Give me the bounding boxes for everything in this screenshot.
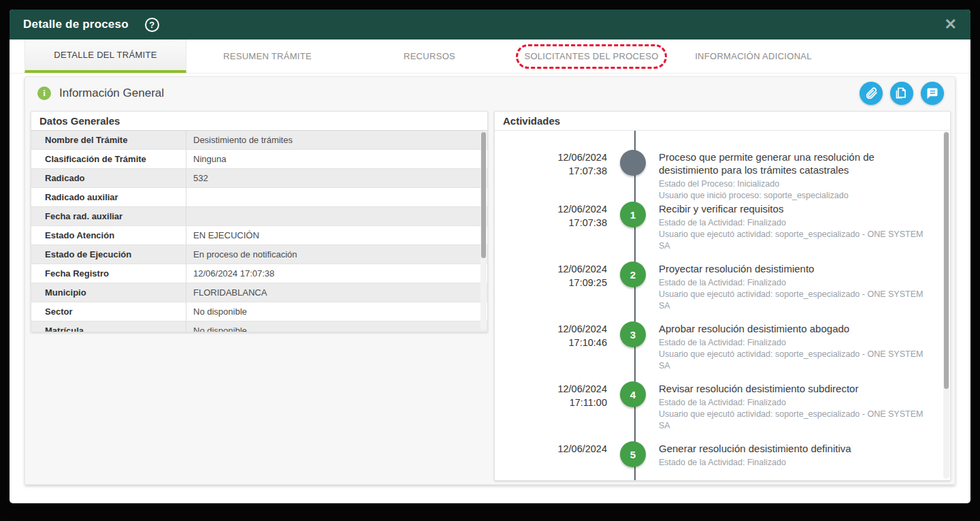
table-scrollbar[interactable] xyxy=(480,131,487,330)
activity-status: Estado de la Actividad: Finalizado xyxy=(659,397,930,409)
table-row: Matrícula No disponible xyxy=(31,321,487,332)
activity-user: Usuario que ejecutó actividad: soporte_e… xyxy=(659,289,930,312)
activity-time: 17:10:46 xyxy=(495,336,607,349)
activity-datetime: 12/06/2024 xyxy=(495,441,621,480)
table-row: Clasificación de Trámite Ninguna xyxy=(31,150,487,169)
activity-date: 12/06/2024 xyxy=(495,322,607,336)
table-row: Nombre del Trámite Desistimiento de trám… xyxy=(31,131,487,150)
row-label: Matrícula xyxy=(31,321,186,332)
timeline-item: 12/06/2024 17:09:25 2 Proyectar resoluci… xyxy=(495,262,950,321)
scrollbar-thumb[interactable] xyxy=(481,132,486,258)
tab-bar: DETALLE DEL TRÁMITE RESUMEN TRÁMITE RECU… xyxy=(10,40,970,74)
datos-generales-card: Datos Generales Nombre del Trámite Desis… xyxy=(31,111,488,332)
activity-datetime: 12/06/2024 17:11:00 xyxy=(495,381,621,441)
timeline-item: 12/06/2024 17:07:38 1 Recibir y verifica… xyxy=(495,202,950,262)
datos-generales-table: Nombre del Trámite Desistimiento de trám… xyxy=(31,130,487,332)
tab-label: INFORMACIÓN ADICIONAL xyxy=(695,51,812,61)
row-label: Estado Atención xyxy=(31,226,186,244)
tab-label: DETALLE DEL TRÁMITE xyxy=(54,50,157,60)
timeline-item: 12/06/2024 17:07:38 Proceso que permite … xyxy=(495,131,950,202)
activity-datetime: 12/06/2024 17:09:25 xyxy=(495,262,621,321)
row-label: Fecha rad. auxiliar xyxy=(31,207,186,225)
activity-status: Estado de la Actividad: Finalizado xyxy=(659,217,930,229)
table-row: Estado Atención EN EJECUCIÓN xyxy=(31,226,487,245)
activity-title: Aprobar resolución desistimiento abogado xyxy=(659,322,930,335)
tab-informacion-adicional[interactable]: INFORMACIÓN ADICIONAL xyxy=(672,40,834,73)
copy-documents-button[interactable] xyxy=(890,82,913,105)
activity-status: Estado de la Actividad: Finalizado xyxy=(659,337,930,349)
activity-step-badge: 2 xyxy=(620,262,646,287)
row-value: En proceso de notificación xyxy=(186,249,487,259)
activity-user: Usuario que ejecutó actividad: soporte_e… xyxy=(659,349,930,372)
activity-datetime: 12/06/2024 17:07:38 xyxy=(495,150,621,202)
datos-generales-title: Datos Generales xyxy=(31,112,487,130)
tab-label: SOLICITANTES DEL PROCESO xyxy=(524,51,658,61)
timeline-item: 12/06/2024 17:10:46 3 Aprobar resolución… xyxy=(495,321,950,381)
activity-time: 17:07:38 xyxy=(495,216,607,230)
row-value: EN EJECUCIÓN xyxy=(186,230,487,240)
row-value: Desistimiento de trámites xyxy=(186,135,487,145)
activity-datetime: 12/06/2024 17:07:38 xyxy=(495,202,621,262)
tab-label: RESUMEN TRÁMITE xyxy=(223,51,312,61)
tab-solicitantes-del-proceso[interactable]: SOLICITANTES DEL PROCESO xyxy=(510,40,672,73)
activity-title: Generar resolución desistimiento definit… xyxy=(659,442,930,455)
tab-resumen-tramite[interactable]: RESUMEN TRÁMITE xyxy=(186,40,348,73)
activity-title: Revisar resolución desistimiento subdire… xyxy=(659,382,930,395)
activity-status: Estado de la Actividad: Finalizado xyxy=(659,277,930,289)
tab-content-panel: i Información General xyxy=(24,76,956,485)
tab-detalle-del-tramite[interactable]: DETALLE DEL TRÁMITE xyxy=(24,40,186,73)
row-label: Fecha Registro xyxy=(31,264,186,283)
activity-step-badge: 1 xyxy=(620,202,646,227)
row-value: 532 xyxy=(186,173,487,183)
activity-step-badge: 4 xyxy=(620,381,646,407)
row-label: Sector xyxy=(31,302,186,321)
tab-recursos[interactable]: RECURSOS xyxy=(348,40,510,73)
activity-title: Recibir y verificar requisitos xyxy=(659,202,930,215)
row-label: Municipio xyxy=(31,283,186,302)
activity-datetime: 12/06/2024 17:10:46 xyxy=(495,321,621,381)
activity-date: 12/06/2024 xyxy=(495,442,607,456)
comments-button[interactable] xyxy=(921,82,944,105)
timeline-scrollbar[interactable] xyxy=(943,131,949,479)
table-row: Estado de Ejecución En proceso de notifi… xyxy=(31,245,487,264)
modal-header: Detalle de proceso ? ✕ xyxy=(10,10,970,40)
tab-label: RECURSOS xyxy=(404,51,455,61)
activity-status: Estado del Proceso: Inicializado xyxy=(659,178,930,190)
row-value: No disponible xyxy=(186,326,487,332)
table-row: Sector No disponible xyxy=(31,302,487,321)
activity-date: 12/06/2024 xyxy=(495,262,607,276)
row-label: Estado de Ejecución xyxy=(31,245,186,264)
activity-title: Proceso que permite generar una resoluci… xyxy=(659,151,930,176)
activity-time: 17:11:00 xyxy=(495,396,607,409)
attachment-icon xyxy=(864,86,878,100)
activity-date: 12/06/2024 xyxy=(495,151,607,164)
activity-time: 17:09:25 xyxy=(495,276,607,289)
activity-user: Usuario que inició proceso: soporte_espe… xyxy=(659,190,930,202)
actividades-title: Actividades xyxy=(495,112,950,130)
timeline-item: 12/06/2024 17:11:00 4 Revisar resolución… xyxy=(495,381,950,441)
comments-icon xyxy=(926,86,939,100)
info-icon: i xyxy=(37,86,51,100)
process-detail-modal: Detalle de proceso ? ✕ DETALLE DEL TRÁMI… xyxy=(10,10,970,503)
activity-step-badge: 3 xyxy=(620,321,646,347)
row-label: Radicado xyxy=(31,169,186,187)
close-icon[interactable]: ✕ xyxy=(945,17,957,32)
activity-user: Usuario que ejecutó actividad: soporte_e… xyxy=(659,229,930,252)
row-value: 12/06/2024 17:07:38 xyxy=(186,268,487,279)
activity-step-badge xyxy=(620,150,646,176)
help-icon[interactable]: ? xyxy=(145,18,159,32)
row-value: Ninguna xyxy=(186,154,487,164)
row-value: FLORIDABLANCA xyxy=(186,287,487,298)
row-label: Radicado auxiliar xyxy=(31,188,186,206)
activity-date: 12/06/2024 xyxy=(495,382,607,396)
scrollbar-thumb[interactable] xyxy=(944,132,949,389)
attachment-button[interactable] xyxy=(860,82,883,105)
activity-title: Proyectar resolución desistimiento xyxy=(659,262,930,275)
copy-documents-icon xyxy=(895,86,909,100)
row-label: Clasificación de Trámite xyxy=(31,150,186,168)
activity-timeline: 12/06/2024 17:07:38 Proceso que permite … xyxy=(495,130,950,480)
table-row: Fecha Registro 12/06/2024 17:07:38 xyxy=(31,264,487,283)
table-row: Municipio FLORIDABLANCA xyxy=(31,283,487,302)
timeline-item: 12/06/2024 5 Generar resolución desistim… xyxy=(495,441,950,480)
row-value: No disponible xyxy=(186,306,487,317)
